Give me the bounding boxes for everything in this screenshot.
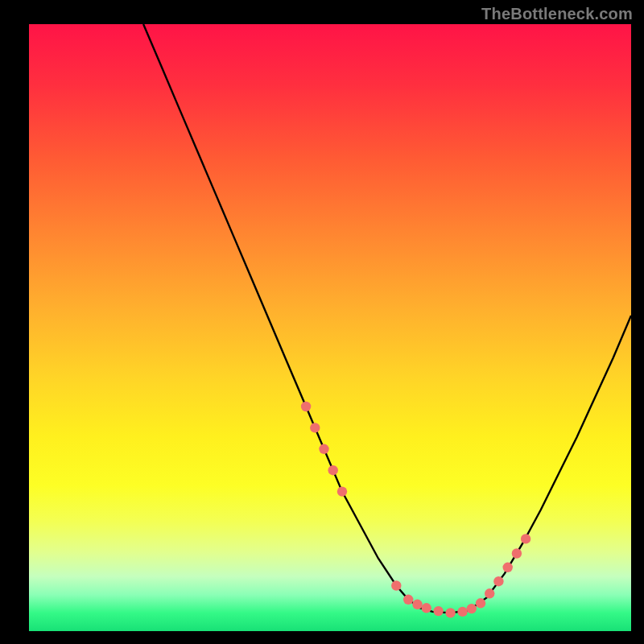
plot-background: [29, 24, 631, 631]
bottleneck-chart: [0, 0, 644, 644]
curve-marker: [503, 563, 513, 572]
watermark-text: TheBottleneck.com: [481, 5, 633, 23]
curve-marker: [422, 603, 431, 613]
curve-marker: [457, 607, 467, 617]
curve-marker: [403, 595, 413, 605]
curve-marker: [391, 580, 401, 590]
curve-marker: [310, 423, 320, 432]
curve-marker: [412, 600, 422, 609]
curve-marker: [301, 402, 311, 411]
curve-marker: [512, 548, 522, 558]
curve-marker: [337, 486, 347, 496]
curve-marker: [328, 465, 338, 475]
curve-marker: [521, 534, 530, 543]
curve-marker: [493, 576, 503, 586]
curve-marker: [445, 608, 455, 617]
curve-marker: [467, 604, 477, 613]
curve-marker: [319, 444, 328, 454]
curve-marker: [485, 588, 494, 598]
curve-marker: [433, 606, 443, 616]
curve-marker: [476, 598, 485, 608]
chart-stage: TheBottleneck.com: [0, 0, 644, 644]
